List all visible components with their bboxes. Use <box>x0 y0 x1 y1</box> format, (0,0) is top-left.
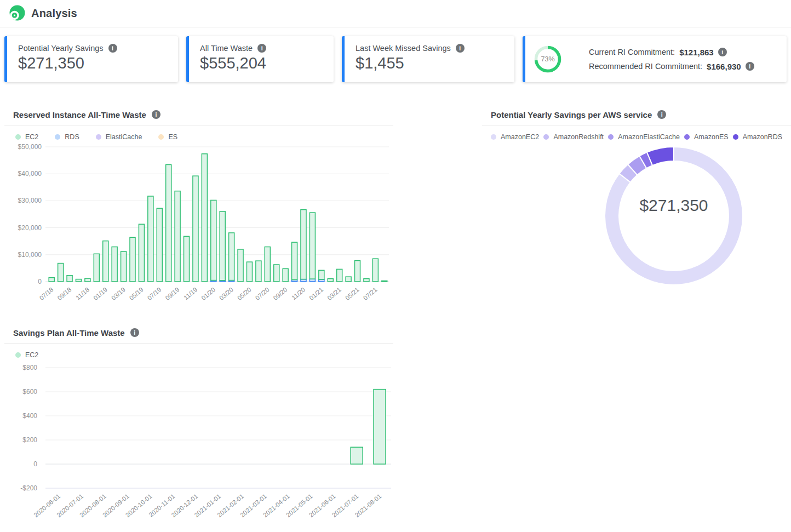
bar-EC2-07/18 <box>49 278 54 282</box>
bar-EC2-02/20 <box>220 211 225 281</box>
bar-EC2-04/19 <box>130 237 135 282</box>
card-value: $271,350 <box>18 54 168 72</box>
gauge-percent-label: 73% <box>541 55 554 63</box>
donut-slice-AmazonRDS <box>647 147 674 165</box>
bar-EC2-06/20 <box>256 261 261 282</box>
legend-label: AmazonRedshift <box>553 133 604 141</box>
bar-EC2-09/20 <box>283 268 288 282</box>
bar-EC2-2021-08-01 <box>374 390 386 464</box>
bar-EC2-08/19 <box>166 164 171 282</box>
legend-item-AmazonES[interactable]: AmazonES <box>684 133 729 141</box>
y-axis-tick-label: $30,000 <box>18 197 42 204</box>
info-icon[interactable]: i <box>657 110 666 119</box>
card-label: Potential Yearly Savings <box>18 44 104 53</box>
bar-EC2-04/20 <box>238 249 243 282</box>
legend-item-AmazonEC2[interactable]: AmazonEC2 <box>491 133 539 141</box>
legend-dot <box>543 134 549 140</box>
legend-item-AmazonRDS[interactable]: AmazonRDS <box>733 133 782 141</box>
card-last-week-missed-savings: Last Week Missed Savings i $1,455 <box>342 36 514 82</box>
legend-item-ES[interactable]: ES <box>158 133 177 141</box>
bar-EC2-03/20 <box>229 233 234 281</box>
x-axis-tick-label: 07/20 <box>254 286 271 301</box>
bar-EC2-03/21 <box>337 269 342 282</box>
sp-waste-bar-chart: $800$600$400$2000-$2002020-06-012020-07-… <box>4 359 393 530</box>
bar-EC2-04/21 <box>346 277 351 282</box>
bar-EC2-11/18 <box>85 278 90 282</box>
divider <box>4 343 393 344</box>
info-icon[interactable]: i <box>257 44 266 53</box>
legend-item-RDS[interactable]: RDS <box>55 133 79 141</box>
chart-title: Reserved Instance All-Time Waste <box>13 110 146 119</box>
divider <box>4 125 393 125</box>
recommended-ri-commitment-value: $166,930 <box>707 62 741 71</box>
stat-cards-row: Potential Yearly Savings i $271,350 All … <box>4 36 787 82</box>
y-axis-tick-label: $40,000 <box>18 170 42 178</box>
x-axis-tick-label: 11/19 <box>182 286 198 301</box>
x-axis-tick-label: 05/21 <box>344 286 360 301</box>
legend-dot <box>158 134 164 140</box>
x-axis-tick-label: 01/19 <box>92 286 108 301</box>
legend-dot <box>491 134 496 140</box>
legend-dot <box>55 134 60 140</box>
bar-EC2-08/18 <box>58 264 64 282</box>
bar-EC2-11/19 <box>193 176 198 282</box>
info-icon[interactable]: i <box>746 62 754 71</box>
legend-item-EC2[interactable]: EC2 <box>15 133 38 141</box>
x-axis-tick-label: 07/19 <box>146 286 163 301</box>
x-axis-tick-label: 01/21 <box>308 286 324 301</box>
x-axis-tick-label: 11/18 <box>74 286 90 301</box>
bar-EC2-11/20 <box>301 210 306 279</box>
ri-all-time-waste-panel: Reserved Instance All-Time Waste i EC2RD… <box>4 104 393 319</box>
bar-EC2-12/18 <box>94 254 99 282</box>
legend-item-EC2[interactable]: EC2 <box>15 351 38 359</box>
legend-item-AmazonElastiCache[interactable]: AmazonElastiCache <box>608 133 680 141</box>
y-axis-tick-label: $20,000 <box>18 224 42 232</box>
card-label: All Time Waste <box>200 44 253 53</box>
info-icon[interactable]: i <box>456 44 465 53</box>
ri-utilization-gauge: 73% <box>533 44 563 74</box>
legend-label: EC2 <box>25 133 38 141</box>
y-axis-tick-label: $400 <box>22 412 37 420</box>
ri-waste-bar-chart: $50,000$40,000$30,000$20,000$10,000007/1… <box>4 141 393 317</box>
bar-EC2-03/19 <box>121 251 127 282</box>
app-logo-icon[interactable] <box>9 5 26 22</box>
x-axis-tick-label: 07/18 <box>38 286 55 301</box>
legend-label: RDS <box>65 133 79 141</box>
divider <box>482 125 791 125</box>
y-axis-tick-label: $200 <box>22 436 37 444</box>
current-ri-commitment-value: $121,863 <box>679 48 714 57</box>
legend-dot <box>684 134 690 140</box>
bar-EC2-2021-07-01 <box>351 447 363 464</box>
bar-EC2-01/19 <box>103 241 108 282</box>
bar-EC2-05/19 <box>139 224 144 282</box>
chart-legend: EC2RDSElastiCacheES <box>15 133 393 141</box>
info-icon[interactable]: i <box>108 44 117 53</box>
legend-label: AmazonRDS <box>743 133 782 141</box>
bar-EC2-02/19 <box>112 247 117 282</box>
legend-item-ElastiCache[interactable]: ElastiCache <box>96 133 142 141</box>
info-icon[interactable]: i <box>718 48 727 56</box>
x-axis-tick-label: 07/21 <box>362 286 379 301</box>
info-icon[interactable]: i <box>130 328 139 337</box>
bar-EC2-07/19 <box>157 208 162 282</box>
bar-EC2-09/19 <box>175 191 180 282</box>
savings-donut-chart: $271,350 <box>482 141 791 290</box>
legend-item-AmazonRedshift[interactable]: AmazonRedshift <box>543 133 604 141</box>
y-axis-tick-label: 0 <box>33 460 37 468</box>
bar-EC2-01/20 <box>211 200 216 280</box>
y-axis-tick-label: -$200 <box>20 484 37 492</box>
info-icon[interactable]: i <box>152 110 161 119</box>
bar-EC2-10/19 <box>184 236 190 282</box>
bar-EC2-06/19 <box>148 196 153 282</box>
x-axis-tick-label: 01/20 <box>200 286 216 301</box>
bar-EC2-10/20 <box>292 242 297 279</box>
x-axis-tick-label: 05/19 <box>128 286 145 301</box>
card-value: $1,455 <box>356 54 505 72</box>
app-header: Analysis <box>0 0 791 27</box>
bar-EC2-07/20 <box>265 247 270 282</box>
donut-center-total: $271,350 <box>639 196 708 214</box>
page-title: Analysis <box>31 7 77 20</box>
legend-label: AmazonEC2 <box>501 133 539 141</box>
bar-EC2-02/21 <box>328 279 333 282</box>
x-axis-tick-label: 09/19 <box>164 286 181 301</box>
